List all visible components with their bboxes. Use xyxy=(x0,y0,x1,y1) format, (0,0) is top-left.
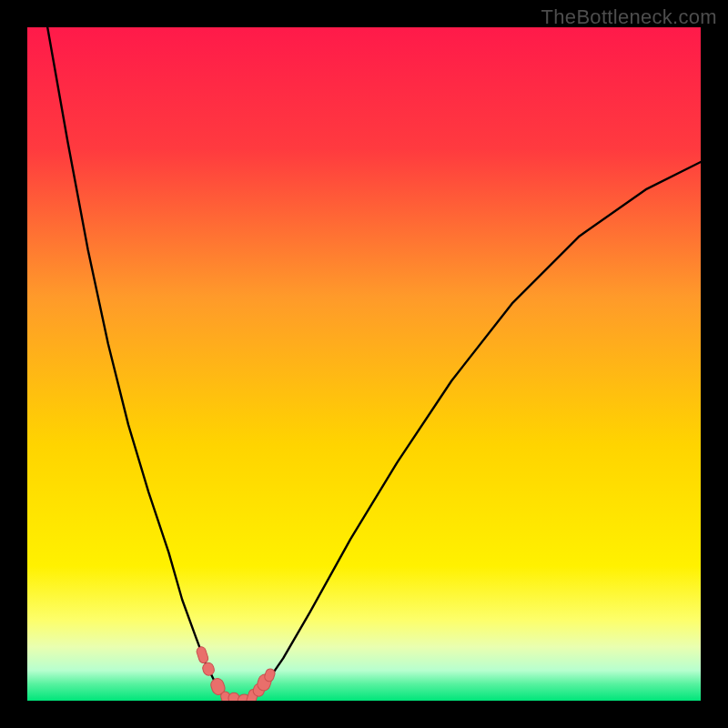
chart-svg xyxy=(27,27,701,701)
chart-frame: TheBottleneck.com xyxy=(0,0,728,728)
watermark-text: TheBottleneck.com xyxy=(541,5,717,29)
gradient-bg xyxy=(27,27,701,701)
plot-area xyxy=(27,27,701,701)
